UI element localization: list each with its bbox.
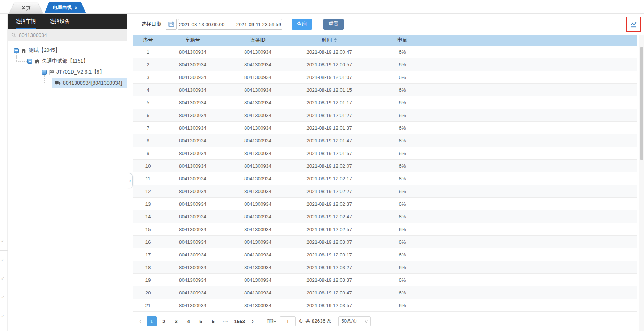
- tree-node-root[interactable]: 测试【2045】: [14, 45, 127, 56]
- vehicle-search-input[interactable]: [19, 32, 109, 38]
- tab-home-label: 首页: [21, 5, 31, 12]
- column-header-vehicle[interactable]: 车箱号: [163, 37, 223, 43]
- table-cell: 8041300934: [163, 163, 223, 169]
- goto-page-group: 前往 页: [267, 316, 304, 326]
- page-button[interactable]: 1: [147, 316, 157, 326]
- sidebar-tab-select-vehicle[interactable]: 选择车辆: [16, 14, 36, 29]
- table-row[interactable]: 21804130093480413009342021-08-19 12:03:5…: [133, 299, 637, 312]
- table-row[interactable]: 16804130093480413009342021-08-19 12:03:0…: [133, 236, 637, 248]
- page-button[interactable]: 5: [196, 316, 206, 326]
- next-page-icon[interactable]: ›: [247, 316, 258, 326]
- tab-battery-curve[interactable]: 电量曲线 ×: [44, 2, 86, 13]
- tree-node-device-type[interactable]: JT701D_V2.3.1【9】: [42, 67, 127, 77]
- page-button[interactable]: 2: [159, 316, 169, 326]
- page-size-select[interactable]: 50条/页 ∨: [338, 316, 371, 326]
- page-button[interactable]: 6: [208, 316, 218, 326]
- table-cell: 2021-08-19 12:02:27: [293, 189, 365, 194]
- table-cell: 8041300934: [223, 62, 293, 67]
- table-row[interactable]: 3804130093480413009342021-08-19 12:01:07…: [133, 71, 637, 84]
- table-row[interactable]: 6804130093480413009342021-08-19 12:01:27…: [133, 109, 637, 122]
- table-row[interactable]: 7804130093480413009342021-08-19 12:01:37…: [133, 122, 637, 134]
- collapse-toggle-icon[interactable]: [42, 70, 47, 75]
- sidebar-collapse-handle[interactable]: ‹: [127, 173, 133, 188]
- table-cell: 8041300934: [163, 303, 223, 308]
- table-row[interactable]: 14804130093480413009342021-08-19 12:02:4…: [133, 210, 637, 223]
- date-range-input[interactable]: 2021-08-13 00:00:00 - 2021-09-11 23:59:5…: [178, 19, 282, 30]
- table-row[interactable]: 8804130093480413009342021-08-19 12:01:47…: [133, 134, 637, 147]
- page-button[interactable]: 1653: [233, 316, 246, 326]
- tab-home[interactable]: 首页: [9, 3, 43, 13]
- vertical-scrollbar[interactable]: [639, 35, 644, 331]
- table-row[interactable]: 18804130093480413009342021-08-19 12:03:2…: [133, 261, 637, 274]
- table-cell: 14: [133, 214, 163, 219]
- collapse-chevron-icon: ‹: [129, 178, 131, 184]
- scrollbar-thumb[interactable]: [640, 47, 643, 160]
- table-cell: 6%: [365, 138, 439, 143]
- column-header-index[interactable]: 序号: [133, 37, 163, 43]
- table-cell: 8041300934: [163, 227, 223, 232]
- sidebar-tab-select-device[interactable]: 选择设备: [50, 14, 70, 29]
- table-cell: 2021-08-19 12:02:47: [293, 214, 365, 219]
- table-row[interactable]: 1804130093480413009342021-08-19 12:00:47…: [133, 46, 637, 58]
- page-button[interactable]: 4: [183, 316, 194, 326]
- table-cell: 8041300934: [163, 125, 223, 131]
- table-cell: 2021-08-19 12:02:57: [293, 227, 365, 232]
- table-cell: 2021-08-19 12:01:37: [293, 125, 365, 131]
- table-cell: 6%: [365, 214, 439, 219]
- table-cell: 2021-08-19 12:03:17: [293, 252, 365, 257]
- table-cell: 8: [133, 138, 163, 143]
- table-row[interactable]: 20804130093480413009342021-08-19 12:03:4…: [133, 286, 637, 299]
- query-button[interactable]: 查询: [292, 19, 312, 30]
- table-row[interactable]: 15804130093480413009342021-08-19 12:02:5…: [133, 223, 637, 236]
- goto-page-input[interactable]: [280, 316, 296, 326]
- column-header-time[interactable]: 时间: [293, 37, 365, 43]
- table-cell: 11: [133, 176, 163, 181]
- collapse-toggle-icon[interactable]: [14, 48, 19, 53]
- tree-node-selected-highlight[interactable]: 8041300934[8041300934]: [52, 78, 127, 88]
- goto-label: 前往: [267, 318, 277, 324]
- table-cell: 18: [133, 265, 163, 270]
- table-row[interactable]: 13804130093480413009342021-08-19 12:02:3…: [133, 198, 637, 210]
- tree-node-department[interactable]: 久通中试部【1151】: [27, 56, 127, 67]
- sidebar-tab-select-vehicle-label: 选择车辆: [16, 18, 36, 25]
- sidebar-tabs: 选择车辆 选择设备: [8, 14, 127, 29]
- calendar-button[interactable]: [166, 19, 177, 30]
- column-header-device-id[interactable]: 设备ID: [223, 37, 293, 43]
- calendar-icon: [168, 21, 174, 28]
- table-cell: 8041300934: [223, 100, 293, 105]
- table-cell: 6%: [365, 252, 439, 257]
- chart-view-button-highlighted[interactable]: [626, 17, 641, 32]
- tree-node-label: 久通中试部【1151】: [42, 58, 88, 64]
- table-cell: 6%: [365, 239, 439, 245]
- table-row[interactable]: 2804130093480413009342021-08-19 12:00:57…: [133, 58, 637, 71]
- table-cell: 8041300934: [163, 265, 223, 270]
- column-header-time-label: 时间: [322, 37, 332, 43]
- table-row[interactable]: 4804130093480413009342021-08-19 12:01:15…: [133, 84, 637, 96]
- table-row[interactable]: 17804130093480413009342021-08-19 12:03:1…: [133, 248, 637, 261]
- sort-icon[interactable]: [334, 38, 337, 42]
- table-cell: 15: [133, 227, 163, 232]
- date-start-value: 2021-08-13 00:00:00: [179, 22, 224, 27]
- table-row[interactable]: 5804130093480413009342021-08-19 12:01:17…: [133, 96, 637, 109]
- table-cell: 17: [133, 252, 163, 257]
- table-row[interactable]: 12804130093480413009342021-08-19 12:02:2…: [133, 185, 637, 198]
- tree-connector: [30, 72, 42, 72]
- table-row[interactable]: 19804130093480413009342021-08-19 12:03:3…: [133, 274, 637, 286]
- collapse-toggle-icon[interactable]: [27, 59, 32, 64]
- table-row[interactable]: 9804130093480413009342021-08-19 12:01:57…: [133, 147, 637, 160]
- table-cell: 8041300934: [163, 62, 223, 67]
- table-row[interactable]: 10804130093480413009342021-08-19 12:02:0…: [133, 160, 637, 172]
- column-header-battery[interactable]: 电量: [365, 37, 439, 43]
- pagination-bar: ‹ 123456···1653 › 前往 页 共 82636 条 50条/页 ∨: [127, 312, 644, 331]
- table-cell: 8041300934: [223, 252, 293, 257]
- page-button[interactable]: 3: [171, 316, 181, 326]
- prev-page-icon[interactable]: ‹: [135, 316, 145, 326]
- table-row[interactable]: 11804130093480413009342021-08-19 12:02:1…: [133, 172, 637, 185]
- table-cell: 20: [133, 290, 163, 296]
- table-cell: 8041300934: [163, 214, 223, 219]
- tab-close-icon[interactable]: ×: [75, 5, 77, 10]
- table-cell: 8041300934: [163, 252, 223, 257]
- reset-button[interactable]: 重置: [323, 19, 344, 30]
- tree-node-vehicle-selected[interactable]: 8041300934[8041300934]: [55, 77, 127, 88]
- sort-asc-icon: [334, 38, 337, 40]
